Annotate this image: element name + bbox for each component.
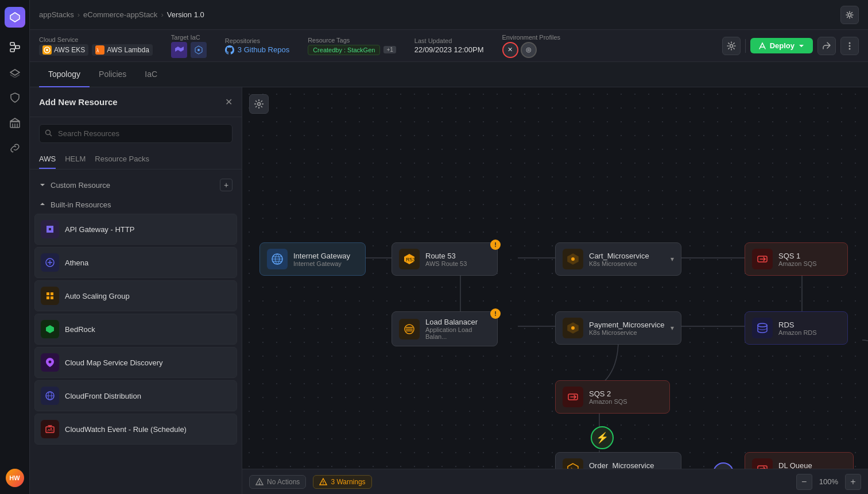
aws-eks-badge[interactable]: AWS EKS bbox=[39, 44, 88, 56]
svg-text:λ: λ bbox=[96, 48, 99, 53]
resource-item-athena[interactable]: Athena bbox=[34, 247, 237, 278]
user-avatar[interactable]: HW bbox=[6, 469, 24, 487]
warnings-badge[interactable]: 3 Warnings bbox=[313, 475, 371, 489]
tag-badge-main[interactable]: Createdby : StackGen bbox=[308, 45, 380, 55]
resource-item-cloud-map[interactable]: Cloud Map Service Discovery bbox=[34, 347, 237, 378]
svg-rect-32 bbox=[46, 427, 54, 433]
lightning-connector: ⚡ bbox=[591, 426, 614, 449]
builtin-resources-section[interactable]: Built-in Resources bbox=[34, 196, 237, 214]
node-rds[interactable]: RDS Amazon RDS bbox=[745, 311, 848, 345]
dl-queue-icon bbox=[752, 458, 773, 469]
internet-gateway-type: Internet Gateway bbox=[293, 260, 350, 267]
zoom-in-btn[interactable]: + bbox=[845, 474, 861, 490]
breadcrumb-ecommerce[interactable]: eCommerce-appStack bbox=[83, 10, 157, 19]
cart-ms-expand[interactable]: ▾ bbox=[671, 255, 674, 263]
api-gateway-name: API Gateway - HTTP bbox=[65, 225, 134, 234]
helm-icon[interactable] bbox=[191, 42, 207, 58]
top-bar: appStacks › eCommerce-appStack › Version… bbox=[30, 0, 868, 30]
sub-tab-helm[interactable]: HELM bbox=[65, 150, 86, 169]
node-route53[interactable]: ! R53 Route 53 AWS Route 53 bbox=[392, 242, 498, 276]
internet-gateway-info: Internet Gateway Internet Gateway bbox=[293, 252, 350, 267]
node-internet-gateway[interactable]: Internet Gateway Internet Gateway bbox=[259, 242, 366, 276]
resource-item-cloudfront[interactable]: CloudFront Distribution bbox=[34, 380, 237, 411]
svg-rect-27 bbox=[51, 296, 53, 299]
env-circle-2[interactable]: ◎ bbox=[521, 42, 537, 58]
payment-ms-expand[interactable]: ▾ bbox=[671, 324, 674, 332]
custom-resource-section[interactable]: Custom Resource + bbox=[34, 174, 237, 196]
cloud-service-value: AWS EKS λ AWS Lambda bbox=[39, 44, 153, 56]
resource-panel: Add New Resource ✕ AWS HELM Resource Pac… bbox=[30, 87, 242, 494]
svg-rect-24 bbox=[46, 292, 49, 295]
nav-link[interactable] bbox=[5, 138, 25, 159]
svg-line-3 bbox=[14, 44, 16, 48]
no-actions-text: No Actions bbox=[267, 478, 300, 486]
cloudwatch-name: CloudWatch Event - Rule (Schedule) bbox=[65, 425, 187, 434]
cart-ms-icon bbox=[563, 249, 583, 269]
svg-point-11 bbox=[46, 49, 48, 51]
breadcrumb-appstacks[interactable]: appStacks bbox=[39, 10, 74, 19]
aws-lambda-badge[interactable]: λ AWS Lambda bbox=[92, 44, 153, 56]
cloudfront-name: CloudFront Distribution bbox=[65, 392, 141, 400]
custom-resource-label: Custom Resource bbox=[51, 181, 110, 190]
sqs2-name: SQS 2 bbox=[589, 389, 627, 398]
node-payment-microservice[interactable]: Payment_Microservice K8s Microservice ▾ bbox=[555, 311, 681, 345]
node-sqs1[interactable]: SQS 1 Amazon SQS bbox=[745, 242, 848, 276]
tab-topology[interactable]: Topology bbox=[39, 62, 90, 87]
svg-point-20 bbox=[849, 48, 851, 49]
resource-item-api-gateway[interactable]: API Gateway - HTTP bbox=[34, 214, 237, 245]
route53-warn: ! bbox=[490, 240, 501, 250]
zoom-out-btn[interactable]: − bbox=[796, 474, 812, 490]
svg-rect-1 bbox=[10, 49, 14, 52]
resource-item-cloudwatch[interactable]: CloudWatch Event - Rule (Schedule) bbox=[34, 414, 237, 445]
nav-topology[interactable] bbox=[5, 37, 25, 57]
settings-icon-btn[interactable] bbox=[840, 6, 859, 24]
canvas-sparkle-btn[interactable] bbox=[249, 94, 269, 114]
svg-point-60 bbox=[259, 483, 259, 484]
resource-tags-section: Resource Tags Createdby : StackGen +1 bbox=[308, 37, 396, 55]
target-iac-icons bbox=[171, 42, 207, 58]
nav-shield[interactable] bbox=[5, 87, 25, 108]
repos-link[interactable]: 3 Github Repos bbox=[238, 45, 289, 54]
settings-gear-btn[interactable] bbox=[722, 37, 741, 55]
zoom-level: 100% bbox=[815, 477, 843, 486]
node-cart-microservice[interactable]: Cart_Microservice K8s Microservice ▾ bbox=[555, 242, 681, 276]
sqs1-name: SQS 1 bbox=[778, 252, 817, 260]
add-custom-resource-btn[interactable]: + bbox=[220, 179, 232, 191]
lambda-label: AWS Lambda bbox=[107, 46, 149, 54]
nav-bank[interactable] bbox=[5, 113, 25, 133]
sub-tab-resource-packs[interactable]: Resource Packs bbox=[95, 150, 149, 169]
node-dl-queue[interactable]: DL Queue SQS Dead Letter bbox=[745, 452, 854, 469]
rds-info: RDS Amazon RDS bbox=[778, 321, 817, 336]
svg-point-16 bbox=[197, 49, 200, 51]
cloud-map-icon bbox=[41, 353, 59, 372]
share-btn[interactable] bbox=[817, 37, 836, 55]
node-sqs2[interactable]: SQS 2 Amazon SQS bbox=[555, 380, 670, 414]
terraform-icon[interactable] bbox=[171, 42, 187, 58]
svg-point-19 bbox=[849, 45, 851, 47]
resource-item-auto-scaling[interactable]: Auto Scaling Group bbox=[34, 280, 237, 311]
svg-rect-26 bbox=[46, 296, 49, 299]
tab-iac[interactable]: IaC bbox=[135, 62, 166, 87]
repos-value[interactable]: 3 Github Repos bbox=[225, 45, 289, 55]
sub-tab-aws[interactable]: AWS bbox=[39, 150, 56, 169]
tab-policies[interactable]: Policies bbox=[90, 62, 135, 87]
resource-item-bedrock[interactable]: BedRock bbox=[34, 314, 237, 345]
no-actions-badge[interactable]: No Actions bbox=[249, 475, 306, 489]
env-circle-1[interactable]: ✕ bbox=[502, 42, 518, 58]
search-input[interactable] bbox=[39, 124, 232, 143]
close-panel-btn[interactable]: ✕ bbox=[225, 97, 232, 107]
svg-point-17 bbox=[730, 44, 733, 47]
search-box bbox=[39, 124, 232, 143]
route53-name: Route 53 bbox=[425, 252, 467, 260]
app-logo[interactable] bbox=[5, 7, 25, 28]
internet-gateway-name: Internet Gateway bbox=[293, 252, 350, 260]
node-load-balancer[interactable]: ! Load Balanacer Application Load Balan.… bbox=[392, 311, 498, 346]
more-btn[interactable] bbox=[840, 37, 859, 55]
svg-text:R53: R53 bbox=[406, 257, 416, 263]
payment-ms-name: Payment_Microservice bbox=[589, 321, 665, 329]
svg-point-18 bbox=[849, 42, 851, 44]
athena-name: Athena bbox=[65, 258, 88, 267]
deploy-button[interactable]: Deploy bbox=[750, 38, 813, 53]
nav-layers[interactable] bbox=[5, 62, 25, 83]
node-order-microservice[interactable]: λ Order_Microservice AWS Lambda Function bbox=[555, 452, 681, 469]
